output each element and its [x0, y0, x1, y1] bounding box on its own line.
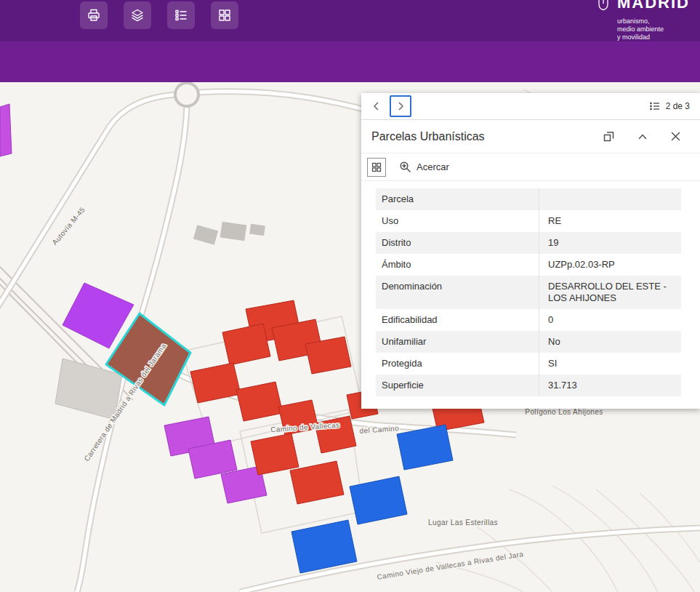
popup-actionbar: Acercar [361, 153, 700, 181]
popup-pagination-bar: 2 de 3 [361, 93, 700, 120]
field-value [539, 188, 681, 210]
tertiary-parcel[interactable] [397, 425, 453, 470]
field-label: Parcela [376, 188, 539, 210]
attribute-table: Parcela Uso RE Distrito 19 Ámbito UZPp.0… [361, 181, 700, 396]
place-label-poligono: Polígono Los Ahijones [525, 408, 603, 416]
media-grid-button[interactable] [367, 158, 386, 177]
dock-icon [603, 130, 615, 143]
field-row-ambito: Ámbito UZPp.02.03-RP [376, 254, 681, 276]
field-value: No [539, 331, 681, 353]
facility-parcels [0, 104, 267, 503]
residential-parcel[interactable] [290, 461, 344, 504]
header-toolbar [80, 1, 238, 29]
zoom-to-button[interactable]: Acercar [395, 160, 454, 174]
zoom-in-icon [399, 161, 411, 173]
chevron-up-icon [637, 131, 648, 143]
road-label-camino-viejo: Camino Viejo de Vallecas a Rivas del Jar… [377, 550, 524, 581]
field-label: Ámbito [376, 254, 539, 276]
field-value: UZPp.02.03-RP [539, 254, 681, 276]
logo-title: MADRID [617, 0, 690, 11]
residential-parcel[interactable] [251, 433, 299, 475]
field-row-parcela: Parcela [376, 188, 681, 210]
field-row-edificabilidad: Edificabilidad 0 [376, 309, 681, 331]
media-grid-icon [371, 161, 382, 173]
logo-subtitle-line: y movilidad [617, 33, 690, 41]
chevron-right-icon [395, 100, 406, 112]
field-label: Uso [376, 210, 539, 232]
field-label: Protegida [376, 353, 539, 375]
field-label: Superficie [376, 375, 539, 396]
field-label: Unifamiliar [376, 331, 539, 353]
prev-feature-button[interactable] [366, 95, 387, 117]
buildings [193, 222, 265, 245]
field-value: SI [539, 353, 681, 375]
feature-pager[interactable]: 2 de 3 [649, 100, 690, 112]
dock-button[interactable] [603, 130, 615, 143]
field-label: Edificabilidad [376, 309, 539, 331]
field-label: Denominación [376, 276, 539, 309]
logo-subtitle: urbanismo, medio ambiente y movilidad [617, 17, 690, 41]
residential-parcel[interactable] [236, 382, 283, 421]
basemap-grid-icon [217, 8, 232, 23]
layers-icon [130, 8, 145, 23]
close-icon [670, 131, 681, 142]
field-row-unifamiliar: Unifamiliar No [376, 331, 681, 353]
next-feature-button[interactable] [390, 95, 411, 117]
popup-title-row: Parcelas Urbanísticas [361, 120, 700, 153]
header-bar: MADRID urbanismo, medio ambiente y movil… [0, 0, 700, 41]
printer-icon [87, 8, 101, 23]
tertiary-parcel[interactable] [291, 520, 357, 573]
zoom-to-label: Acercar [417, 161, 449, 172]
roundabout [175, 83, 198, 106]
list-icon [649, 100, 661, 112]
field-label: Distrito [376, 232, 539, 254]
pager-count: 2 de 3 [666, 101, 690, 111]
legend-button[interactable] [167, 1, 195, 29]
place-label-lugar: Lugar Las Esterillas [428, 519, 498, 527]
logo-subtitle-line: medio ambiente [617, 25, 690, 33]
basemap-button[interactable] [211, 1, 238, 29]
field-row-distrito: Distrito 19 [376, 232, 681, 254]
collapse-button[interactable] [637, 131, 648, 143]
field-value: 0 [539, 309, 681, 331]
facility-parcel[interactable] [0, 104, 12, 156]
header-sub-band [0, 41, 700, 82]
print-button[interactable] [80, 1, 108, 29]
chevron-left-icon [371, 100, 382, 112]
close-button[interactable] [670, 131, 681, 142]
field-value: 31.713 [539, 375, 681, 396]
field-row-protegida: Protegida SI [376, 353, 681, 375]
tertiary-parcel[interactable] [350, 476, 407, 524]
legend-icon [174, 8, 188, 23]
field-row-superficie: Superficie 31.713 [376, 375, 681, 396]
field-value: DESARROLLO DEL ESTE - LOS AHIJONES [539, 276, 681, 309]
field-value: 19 [539, 232, 681, 254]
residential-parcel[interactable] [222, 324, 270, 365]
layers-button[interactable] [124, 1, 151, 29]
field-value: RE [539, 210, 681, 232]
madrid-crest-icon [597, 0, 610, 41]
field-row-uso: Uso RE [376, 210, 681, 232]
logo-subtitle-line: urbanismo, [617, 17, 690, 25]
popup-title: Parcelas Urbanísticas [371, 130, 485, 143]
madrid-logo: MADRID urbanismo, medio ambiente y movil… [597, 0, 690, 41]
field-row-denominacion: Denominación DESARROLLO DEL ESTE - LOS A… [376, 276, 681, 309]
feature-popup: 2 de 3 Parcelas Urbanísticas [361, 93, 700, 409]
